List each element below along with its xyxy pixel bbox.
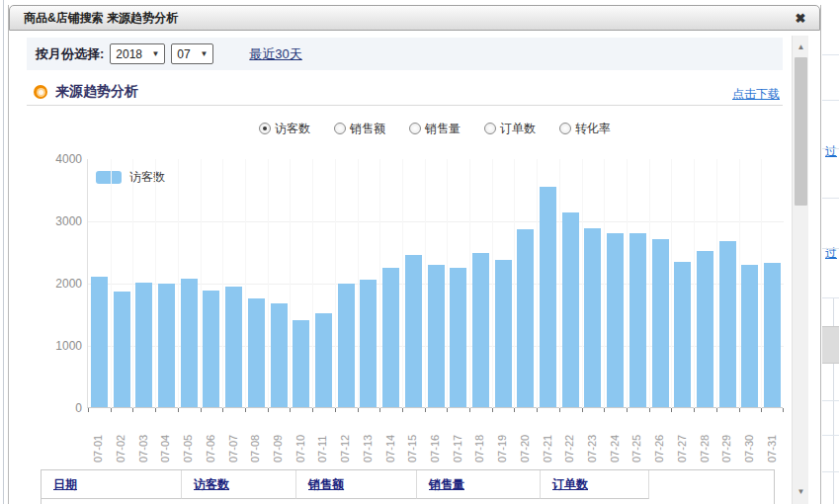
- v-gridline: [582, 159, 583, 408]
- bar-07-03[interactable]: [135, 283, 152, 407]
- table-header-cell: 订单数: [541, 470, 649, 499]
- bar-07-01[interactable]: [91, 277, 108, 407]
- x-tick: [245, 408, 246, 412]
- table-header-link-日期[interactable]: 日期: [53, 476, 77, 493]
- x-tick-label: 07-30: [743, 419, 755, 462]
- x-tick: [88, 408, 89, 412]
- background-grid-line: [822, 148, 839, 149]
- v-gridline: [716, 159, 717, 408]
- bar-07-16[interactable]: [428, 265, 445, 407]
- bar-07-27[interactable]: [674, 262, 691, 407]
- bar-07-28[interactable]: [697, 251, 713, 407]
- bar-07-15[interactable]: [405, 255, 422, 407]
- bar-07-22[interactable]: [562, 212, 579, 407]
- v-gridline: [627, 159, 628, 408]
- table-header-link-订单数[interactable]: 订单数: [552, 476, 588, 493]
- bar-07-12[interactable]: [338, 284, 355, 407]
- bar-07-26[interactable]: [652, 239, 669, 407]
- bar-07-11[interactable]: [315, 313, 332, 407]
- x-tick-label: 07-24: [609, 419, 621, 462]
- vertical-scrollbar[interactable]: ▲ ▼: [792, 36, 808, 504]
- month-filter-label: 按月份选择:: [36, 45, 104, 63]
- x-tick: [425, 408, 426, 412]
- v-gridline: [268, 159, 269, 408]
- bar-07-23[interactable]: [584, 228, 601, 407]
- bar-07-14[interactable]: [382, 268, 399, 407]
- x-tick: [783, 408, 784, 412]
- bar-07-29[interactable]: [719, 241, 736, 407]
- close-icon[interactable]: ✖: [792, 10, 809, 28]
- x-tick-label: 07-20: [519, 419, 531, 462]
- section-bullet-icon: [34, 85, 47, 99]
- v-gridline: [694, 159, 695, 408]
- background-clipped-link[interactable]: 过: [825, 143, 837, 160]
- trend-analysis-dialog: 商品&店铺搜索 来源趋势分析 ✖ 按月份选择: 2018 ▼ 07 ▼ 最近30…: [8, 5, 821, 504]
- scrollbar-down-icon[interactable]: ▼: [793, 484, 809, 500]
- year-select[interactable]: 2018 ▼: [110, 43, 165, 64]
- month-select[interactable]: 07 ▼: [171, 43, 213, 64]
- bar-07-20[interactable]: [517, 229, 534, 407]
- v-gridline: [178, 159, 179, 408]
- background-grid-line: [822, 198, 839, 199]
- radio-icon[interactable]: [409, 123, 421, 134]
- bar-07-17[interactable]: [450, 268, 466, 407]
- bar-07-24[interactable]: [607, 233, 624, 407]
- bar-07-13[interactable]: [360, 280, 377, 407]
- x-tick: [290, 408, 291, 412]
- x-tick-label: 07-11: [316, 419, 328, 462]
- radio-icon[interactable]: [484, 123, 496, 134]
- bar-07-10[interactable]: [293, 320, 309, 407]
- bar-07-09[interactable]: [271, 303, 288, 407]
- bar-07-30[interactable]: [741, 265, 758, 407]
- download-link[interactable]: 点击下载: [732, 86, 780, 103]
- bar-07-18[interactable]: [472, 253, 489, 407]
- radio-icon[interactable]: [559, 123, 571, 134]
- v-gridline: [469, 159, 470, 408]
- x-tick: [447, 408, 448, 412]
- x-tick-label: 07-28: [699, 419, 711, 462]
- x-tick: [469, 408, 470, 412]
- x-tick: [222, 408, 223, 412]
- bar-07-02[interactable]: [114, 292, 130, 407]
- metric-radio-销售量[interactable]: 销售量: [409, 121, 461, 137]
- metric-radio-销售额[interactable]: 销售额: [334, 121, 385, 137]
- table-header-link-访客数[interactable]: 访客数: [194, 476, 229, 493]
- bar-07-06[interactable]: [203, 291, 219, 407]
- v-gridline: [425, 159, 426, 408]
- page-left-edge: [3, 0, 4, 504]
- v-gridline: [559, 159, 560, 408]
- caret-down-icon: ▼: [200, 49, 208, 58]
- section-title: 来源趋势分析: [55, 83, 138, 101]
- metric-radio-订单数[interactable]: 订单数: [484, 121, 536, 137]
- bar-07-21[interactable]: [540, 187, 556, 407]
- metric-radio-访客数[interactable]: 访客数: [259, 121, 310, 137]
- bar-07-04[interactable]: [158, 284, 175, 407]
- x-tick-label: 07-05: [182, 419, 194, 462]
- bar-07-25[interactable]: [629, 233, 646, 407]
- bar-07-31[interactable]: [764, 263, 781, 407]
- x-tick: [582, 408, 583, 412]
- scrollbar-thumb[interactable]: [795, 57, 807, 206]
- v-gridline: [447, 159, 448, 408]
- metric-radio-label: 销售量: [425, 121, 461, 137]
- v-gridline: [312, 159, 313, 408]
- x-tick: [604, 408, 605, 412]
- scrollbar-up-icon[interactable]: ▲: [793, 40, 809, 55]
- x-tick: [649, 408, 650, 412]
- v-gridline: [155, 159, 156, 408]
- v-gridline: [111, 159, 112, 408]
- recent-30-days-link[interactable]: 最近30天: [249, 45, 301, 63]
- table-header-link-销售额[interactable]: 销售额: [308, 476, 344, 493]
- x-tick: [402, 408, 403, 412]
- table-header-link-销售量[interactable]: 销售量: [429, 476, 464, 493]
- bar-07-08[interactable]: [248, 298, 265, 407]
- radio-icon[interactable]: [334, 123, 346, 134]
- bar-07-19[interactable]: [495, 260, 512, 407]
- v-gridline: [379, 159, 380, 408]
- bar-07-05[interactable]: [181, 279, 198, 407]
- radio-icon[interactable]: [259, 123, 271, 134]
- metric-radio-转化率[interactable]: 转化率: [559, 121, 611, 137]
- bar-07-07[interactable]: [225, 287, 242, 407]
- x-tick-label: 07-12: [339, 419, 351, 462]
- v-gridline: [514, 159, 515, 408]
